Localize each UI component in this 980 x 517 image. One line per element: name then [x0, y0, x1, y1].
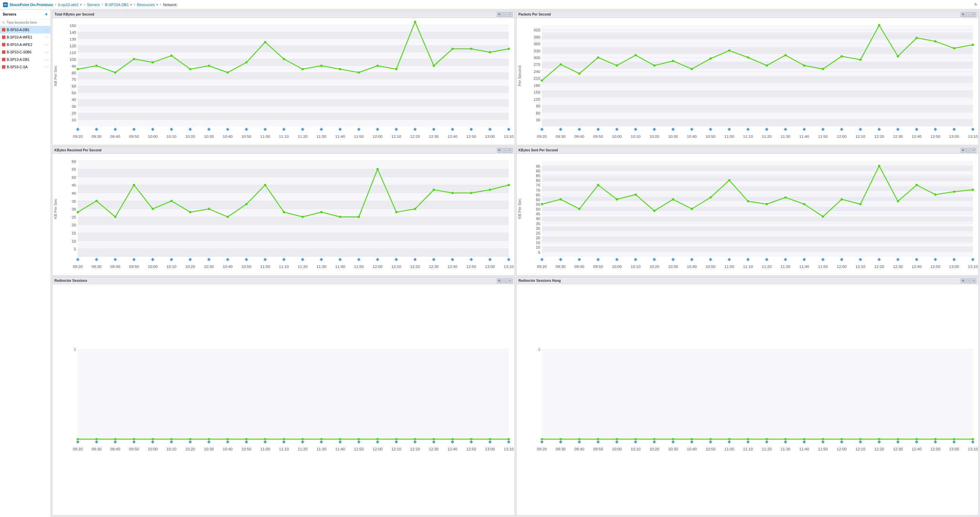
svg-text:10:40: 10:40	[687, 134, 697, 138]
sidebar-dots-5[interactable]: ···	[45, 65, 48, 69]
svg-point-467	[822, 216, 824, 218]
sidebar-item-0[interactable]: B-SP10-A-DB1 ···	[0, 26, 50, 33]
svg-point-341	[433, 189, 435, 191]
svg-marker-164	[540, 128, 543, 131]
svg-text:90: 90	[536, 104, 540, 108]
svg-marker-580	[783, 440, 787, 444]
svg-rect-245	[78, 225, 509, 233]
svg-text:Per Second: Per Second	[517, 65, 522, 86]
svg-rect-6	[78, 39, 509, 46]
svg-rect-242	[78, 201, 509, 209]
chart-popout-btn[interactable]: ⧉	[497, 278, 502, 283]
chart-minimize-btn[interactable]: –	[502, 148, 507, 153]
svg-text:10:00: 10:00	[612, 134, 622, 138]
refresh-button[interactable]: ↻	[974, 2, 977, 7]
svg-point-227	[803, 65, 805, 67]
breadcrumb-dropdown-1[interactable]: ▾	[80, 3, 82, 6]
chart-minimize-btn[interactable]: –	[502, 278, 507, 283]
breadcrumb-resources[interactable]: Resources	[137, 3, 155, 7]
svg-point-218	[634, 54, 636, 56]
sidebar-dots-0[interactable]: ···	[45, 27, 48, 32]
svg-point-544	[395, 438, 398, 440]
svg-rect-346	[542, 161, 972, 166]
chart-controls: ⧉ – ×	[497, 278, 512, 283]
svg-text:210: 210	[533, 76, 540, 81]
chart-popout-btn[interactable]: ⧉	[961, 12, 966, 17]
sidebar-dots-3[interactable]: ···	[45, 50, 48, 54]
svg-point-471	[896, 200, 899, 203]
chart-close-btn[interactable]: ×	[508, 12, 512, 17]
breadcrumb-servers[interactable]: Servers	[87, 3, 100, 7]
svg-text:12:00: 12:00	[373, 447, 383, 451]
chart-minimize-btn[interactable]: –	[966, 12, 971, 17]
chart-popout-btn[interactable]: ⧉	[497, 148, 502, 153]
chart-minimize-btn[interactable]: –	[966, 278, 971, 283]
svg-marker-204	[915, 128, 918, 131]
svg-text:09:30: 09:30	[92, 134, 102, 138]
svg-text:09:30: 09:30	[555, 447, 566, 451]
svg-marker-439	[877, 258, 881, 261]
search-input[interactable]	[6, 21, 48, 24]
sidebar-item-2[interactable]: B-SP10-A-WFE2 ···	[0, 41, 50, 48]
svg-text:09:50: 09:50	[129, 264, 139, 269]
svg-point-2	[2, 21, 4, 23]
svg-text:11:40: 11:40	[335, 447, 345, 451]
svg-text:11:20: 11:20	[762, 447, 772, 451]
main-layout: Servers + B-SP10-A-DB1 ··· B-SP10-A-WFE1…	[0, 10, 980, 517]
chart-close-btn[interactable]: ×	[508, 278, 512, 283]
svg-point-213	[541, 79, 543, 82]
chart-popout-btn[interactable]: ⧉	[497, 12, 502, 17]
svg-text:15: 15	[536, 241, 540, 245]
breadcrumb-wfe1[interactable]: b-sp10-wfe1	[58, 3, 79, 7]
svg-rect-130	[542, 83, 972, 90]
svg-point-539	[301, 438, 304, 440]
sidebar-dots-2[interactable]: ···	[45, 42, 48, 47]
svg-text:11:40: 11:40	[335, 134, 345, 138]
svg-marker-305	[376, 258, 379, 261]
sidebar-item-name-0: B-SP10-A-DB1	[7, 28, 29, 32]
sidebar-item-1[interactable]: B-SP10-A-WFE1 ···	[0, 33, 50, 41]
svg-text:20: 20	[72, 111, 76, 115]
sidebar-item-3[interactable]: B-SP10-C-S0B6 ···	[0, 48, 50, 56]
sidebar-dots-1[interactable]: ···	[45, 35, 48, 40]
breadcrumb-dropdown-2[interactable]: ▾	[130, 3, 132, 6]
breadcrumb-dropdown-3[interactable]: ▾	[156, 3, 158, 6]
chart-header: Redirector Sessions Hung ⧉ – ×	[517, 278, 978, 284]
chart-minimize-btn[interactable]: –	[966, 148, 971, 153]
svg-text:5: 5	[538, 250, 540, 254]
sidebar-item-4[interactable]: B-SP13-A-DB1 ···	[0, 56, 50, 63]
svg-point-607	[634, 438, 636, 440]
chart-minimize-btn[interactable]: –	[502, 12, 507, 17]
sidebar-item-name-2: B-SP10-A-WFE2	[7, 43, 32, 47]
svg-marker-586	[840, 440, 843, 444]
chart-popout-btn[interactable]: ⧉	[961, 278, 966, 283]
svg-text:60: 60	[72, 159, 76, 163]
svg-marker-285	[188, 258, 192, 261]
breadcrumb-db1[interactable]: B-SP10A-DB1	[105, 3, 129, 7]
svg-marker-421	[709, 258, 712, 261]
svg-rect-248	[78, 249, 509, 257]
chart-close-btn[interactable]: ×	[972, 278, 976, 283]
svg-marker-63	[207, 128, 211, 131]
chart-close-btn[interactable]: ×	[508, 148, 512, 153]
svg-marker-283	[170, 258, 173, 261]
svg-text:11:50: 11:50	[818, 264, 828, 269]
svg-marker-489	[170, 440, 173, 444]
chart-close-btn[interactable]: ×	[972, 12, 976, 17]
sidebar-item-left-2: B-SP10-A-WFE2	[2, 43, 32, 47]
svg-rect-360	[542, 232, 972, 237]
svg-point-466	[803, 203, 805, 205]
svg-point-338	[377, 168, 379, 170]
svg-text:40: 40	[72, 97, 76, 102]
add-server-button[interactable]: +	[45, 11, 48, 17]
sidebar-dots-4[interactable]: ···	[45, 57, 48, 62]
svg-point-228	[822, 68, 824, 70]
sidebar-item-5[interactable]: B-SP16-C-SA ···	[0, 63, 50, 71]
svg-point-221	[690, 68, 693, 70]
chart-popout-btn[interactable]: ⧉	[961, 148, 966, 153]
svg-marker-289	[226, 258, 229, 261]
svg-text:10:20: 10:20	[185, 264, 196, 269]
chart-close-btn[interactable]: ×	[972, 148, 976, 153]
svg-point-342	[451, 192, 453, 194]
svg-marker-594	[915, 440, 918, 444]
